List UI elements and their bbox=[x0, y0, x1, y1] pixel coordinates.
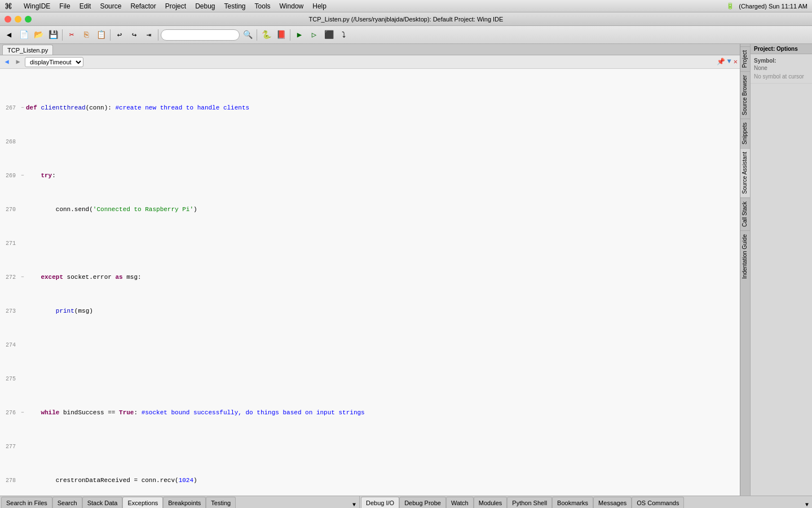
btab-messages[interactable]: Messages bbox=[593, 497, 632, 508]
toolbar: ◀ 📄 📂 💾 ✂ ⎘ 📋 ↩ ↪ ⇥ 🔍 🐍 📕 ▶ ▷ ⬛ ⤵ bbox=[0, 26, 812, 44]
toolbar-paste[interactable]: 📋 bbox=[94, 28, 108, 42]
menu-project[interactable]: Project bbox=[161, 2, 191, 10]
main-layout: TCP_Listen.py ◀ ▶ displayTimeout clientt… bbox=[0, 44, 812, 496]
bottom-panel: Search in Files Search Stack Data Except… bbox=[0, 496, 812, 508]
toolbar-copy[interactable]: ⎘ bbox=[80, 28, 93, 42]
code-line-267: 267 − def clientthread(conn): #create ne… bbox=[2, 104, 738, 112]
nav-forward-arrow[interactable]: ▶ bbox=[14, 58, 23, 67]
bottom-right-options: ▼ bbox=[803, 502, 811, 508]
menu-source[interactable]: Source bbox=[95, 2, 126, 10]
code-line-268: 268 bbox=[2, 138, 738, 146]
toolbar-open[interactable]: 📂 bbox=[32, 28, 45, 42]
menu-debug[interactable]: Debug bbox=[191, 2, 219, 10]
sidebar-tab-indentation[interactable]: Indentation Guide bbox=[740, 230, 750, 282]
bottom-panels-container: Search in Files Search Stack Data Except… bbox=[0, 496, 812, 508]
nav-close-button[interactable]: ✕ bbox=[734, 58, 738, 66]
down-arrow-icon[interactable]: ▼ bbox=[352, 502, 356, 508]
nav-down-button[interactable]: ▼ bbox=[727, 58, 731, 66]
btab-debug-io[interactable]: Debug I/O bbox=[361, 497, 399, 508]
btab-watch[interactable]: Watch bbox=[446, 497, 474, 508]
code-line-276: 276 − while bindSuccess == True: #socket… bbox=[2, 409, 738, 417]
menu-tools[interactable]: Tools bbox=[250, 2, 275, 10]
sidebar-tab-project[interactable]: Project bbox=[740, 46, 750, 71]
toolbar-save[interactable]: 💾 bbox=[46, 28, 60, 42]
btab-search-in-files[interactable]: Search in Files bbox=[1, 497, 52, 508]
editor-tab-bar: TCP_Listen.py bbox=[0, 44, 740, 55]
title-bar: TCP_Listen.py (/Users/ryanjblajda/Deskto… bbox=[0, 12, 812, 26]
toolbar-cut[interactable]: ✂ bbox=[65, 28, 78, 42]
toolbar-redo[interactable]: ↪ bbox=[127, 28, 141, 42]
toolbar-pdf[interactable]: 📕 bbox=[274, 28, 288, 42]
btab-exceptions[interactable]: Exceptions bbox=[122, 497, 163, 508]
btab-search[interactable]: Search bbox=[52, 497, 82, 508]
menu-refactor[interactable]: Refactor bbox=[126, 2, 160, 10]
close-button[interactable] bbox=[5, 16, 11, 23]
far-right-title: Project: Options bbox=[754, 46, 798, 52]
search-toolbar-input[interactable] bbox=[161, 29, 240, 41]
apple-logo[interactable]: ⌘ bbox=[5, 2, 12, 11]
code-line-272: 272 − except socket.error as msg: bbox=[2, 273, 738, 282]
function-dropdown[interactable]: displayTimeout clientthread bbox=[25, 57, 83, 67]
bottom-right-panel: Debug I/O Debug Probe Watch Modules Pyth… bbox=[360, 496, 812, 508]
toolbar-indent[interactable]: ⇥ bbox=[142, 28, 156, 42]
btab-bookmarks[interactable]: Bookmarks bbox=[552, 497, 593, 508]
menu-bar: ⌘ WingIDE File Edit Source Refactor Proj… bbox=[0, 0, 812, 12]
menu-wingide[interactable]: WingIDE bbox=[19, 2, 55, 10]
bottom-left-tabs: Search in Files Search Stack Data Except… bbox=[0, 496, 359, 508]
minimize-button[interactable] bbox=[15, 16, 21, 23]
window-controls bbox=[5, 16, 32, 23]
code-line-269: 269 − try: bbox=[2, 172, 738, 180]
code-line-271: 271 bbox=[2, 239, 738, 248]
btab-breakpoints[interactable]: Breakpoints bbox=[163, 497, 206, 508]
sidebar-tab-snippets[interactable]: Snippets bbox=[740, 119, 750, 148]
symbol-value: None bbox=[754, 65, 809, 71]
menu-file[interactable]: File bbox=[55, 2, 74, 10]
sep2 bbox=[110, 29, 111, 41]
code-line-270: 270 conn.send('Connected to Raspberry Pi… bbox=[2, 205, 738, 214]
battery-status: 🔋 bbox=[726, 2, 734, 10]
code-content: 267 − def clientthread(conn): #create ne… bbox=[0, 69, 740, 496]
toolbar-step-into[interactable]: ⤵ bbox=[337, 28, 350, 42]
code-editor[interactable]: 267 − def clientthread(conn): #create ne… bbox=[0, 69, 740, 496]
down-arrow-right-icon[interactable]: ▼ bbox=[805, 502, 809, 508]
sidebar-tab-source-assistant[interactable]: Source Assistant bbox=[740, 148, 750, 197]
toolbar-debug[interactable]: ▷ bbox=[307, 28, 321, 42]
toolbar-undo[interactable]: ↩ bbox=[113, 28, 126, 42]
editor-container: TCP_Listen.py ◀ ▶ displayTimeout clientt… bbox=[0, 44, 740, 496]
menu-help[interactable]: Help bbox=[308, 2, 331, 10]
sep1 bbox=[62, 29, 63, 41]
sidebar-tab-source-browser[interactable]: Source Browser bbox=[740, 71, 750, 119]
code-line-274: 274 bbox=[2, 341, 738, 349]
toolbar-stop[interactable]: ⬛ bbox=[322, 28, 336, 42]
btab-python-shell[interactable]: Python Shell bbox=[507, 497, 552, 508]
pin-button[interactable]: 📌 bbox=[717, 58, 725, 66]
symbol-label: Symbol: bbox=[754, 58, 809, 64]
code-line-273: 273 print(msg) bbox=[2, 307, 738, 316]
sep5 bbox=[290, 29, 290, 41]
sidebar-tab-call-stack[interactable]: Call Stack bbox=[740, 198, 750, 230]
menu-testing[interactable]: Testing bbox=[220, 2, 250, 10]
maximize-button[interactable] bbox=[25, 16, 32, 23]
menu-edit[interactable]: Edit bbox=[75, 2, 96, 10]
toolbar-run[interactable]: ▶ bbox=[293, 28, 306, 42]
btab-stack-data[interactable]: Stack Data bbox=[82, 497, 123, 508]
btab-debug-probe[interactable]: Debug Probe bbox=[399, 497, 446, 508]
menu-window[interactable]: Window bbox=[275, 2, 308, 10]
btab-testing[interactable]: Testing bbox=[206, 497, 236, 508]
far-right-header: Project: Options bbox=[751, 44, 812, 54]
clock: (Charged) Sun 11:11 AM bbox=[739, 3, 807, 10]
toolbar-new[interactable]: 📄 bbox=[17, 28, 30, 42]
btab-os-commands[interactable]: OS Commands bbox=[632, 497, 684, 508]
editor-tab-tcp[interactable]: TCP_Listen.py bbox=[2, 45, 53, 55]
code-line-275: 275 bbox=[2, 375, 738, 383]
nav-back-arrow[interactable]: ◀ bbox=[2, 58, 11, 67]
bottom-right-tabs: Debug I/O Debug Probe Watch Modules Pyth… bbox=[360, 496, 812, 508]
menu-right-info: 🔋 (Charged) Sun 11:11 AM bbox=[726, 2, 807, 10]
far-right-panel: Project: Options Symbol: None No symbol … bbox=[750, 44, 812, 496]
window-title: TCP_Listen.py (/Users/ryanjblajda/Deskto… bbox=[309, 16, 504, 23]
toolbar-python[interactable]: 🐍 bbox=[259, 28, 273, 42]
code-line-278: 278 crestronDataReceived = conn.recv(102… bbox=[2, 476, 738, 485]
toolbar-search[interactable]: 🔍 bbox=[241, 28, 254, 42]
btab-modules[interactable]: Modules bbox=[474, 497, 508, 508]
toolbar-back[interactable]: ◀ bbox=[2, 28, 16, 42]
